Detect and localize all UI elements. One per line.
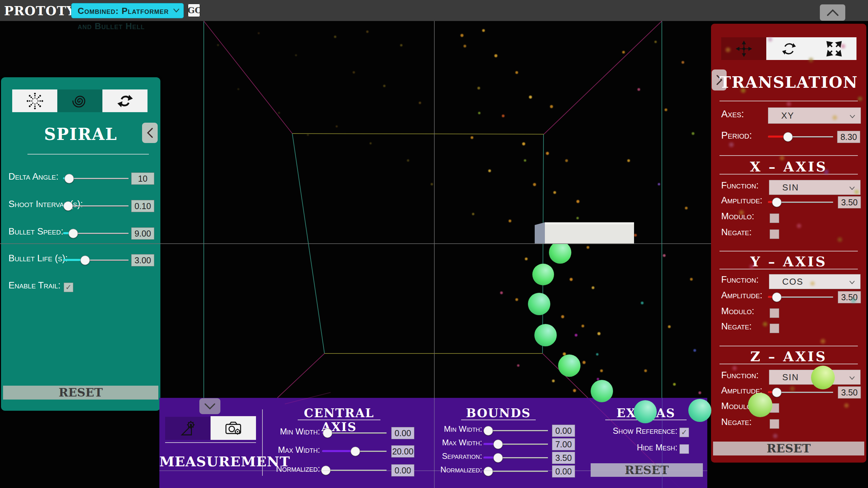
- blurred-particle: [858, 97, 862, 101]
- go-button[interactable]: GO: [188, 3, 200, 17]
- blurred-particle: [726, 47, 730, 52]
- prototype-bar: PROTOTYPE: Combined: Platformer and Bull…: [0, 0, 868, 21]
- bullet-sphere: [688, 399, 711, 422]
- blurred-particle: [837, 237, 842, 242]
- blurred-particle: [821, 339, 825, 344]
- chevron-down-icon: [173, 7, 180, 15]
- blurred-particle: [773, 434, 777, 438]
- blurred-particle: [780, 156, 784, 160]
- blurred-particle: [763, 322, 767, 326]
- blurred-particle: [787, 102, 791, 106]
- blurred-particle: [732, 366, 737, 370]
- blurred-particle: [844, 403, 849, 408]
- chevron-up-icon: [827, 8, 839, 17]
- bullet-sphere: [634, 400, 657, 423]
- blurred-particle: [854, 190, 859, 194]
- bullet-sphere: [811, 366, 835, 389]
- blurred-particle: [768, 37, 772, 42]
- prototype-dropdown[interactable]: Combined: Platformer and Bullet Hell: [71, 3, 184, 18]
- app-root: PROTOTYPE: Combined: Platformer and Bull…: [0, 0, 868, 488]
- blurred-particle: [797, 224, 801, 228]
- blurred-particle: [741, 88, 746, 93]
- blurred-particle: [749, 264, 754, 269]
- blurred-particle: [832, 115, 837, 120]
- blurred-particle: [851, 298, 856, 303]
- bullet-sphere: [748, 393, 772, 417]
- blurred-particle: [739, 210, 744, 215]
- prototype-dropdown-value: Combined: Platformer and Bullet Hell: [78, 3, 183, 18]
- bullet-sphere: [591, 380, 613, 402]
- blurred-particle: [809, 58, 813, 62]
- top-collapse-button[interactable]: [820, 4, 845, 21]
- faint-diagonals: [0, 0, 868, 488]
- blurred-particle: [841, 44, 845, 48]
- blurred-particle: [729, 142, 734, 147]
- blurred-particle: [790, 386, 795, 391]
- blurred-particle: [810, 281, 815, 286]
- blurred-particle: [824, 169, 829, 174]
